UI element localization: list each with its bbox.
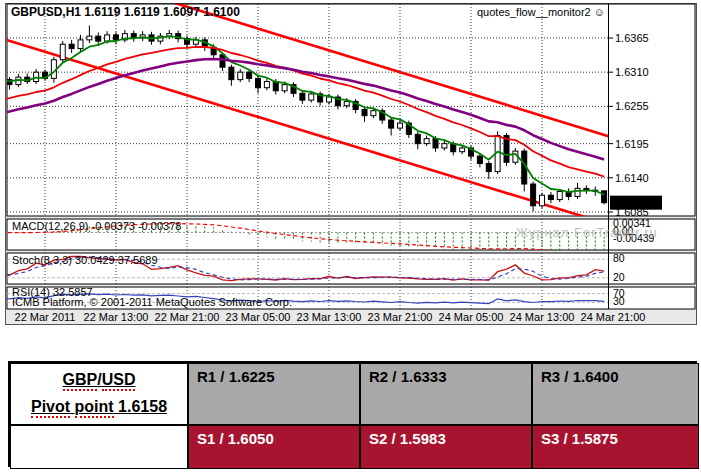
stoch-label: Stoch(8,3,3) 30.0429 37.5689 <box>12 254 158 266</box>
rsi-scale-label: 30 <box>613 295 625 307</box>
price-tick-label: 1.6195 <box>615 138 649 150</box>
price-tick-label: 1.6365 <box>615 32 649 44</box>
support-s1: S1 / 1.6050 <box>188 425 360 469</box>
pivot-point-label: Pivot point 1.6158 <box>11 389 187 416</box>
stoch-scale-label: 20 <box>613 271 625 283</box>
time-tick-label: 22 Mar 21:00 <box>155 311 220 323</box>
time-tick-label: 22 Mar 2011 <box>15 311 76 323</box>
instrument-cell: GBP/USD Pivot point 1.6158 <box>10 363 188 425</box>
pivot-table: GBP/USD Pivot point 1.6158 R1 / 1.6225 R… <box>8 361 697 467</box>
support-s2: S2 / 1.5983 <box>360 425 532 469</box>
price-tick-label: 1.6140 <box>615 172 649 184</box>
resistance-r3: R3 / 1.6400 <box>532 363 699 425</box>
empty-cell <box>10 425 188 469</box>
resistance-r2: R2 / 1.6333 <box>360 363 532 425</box>
ohlc-title: GBPUSD,H1 1.6119 1.6119 1.6097 1.6100 <box>11 5 240 19</box>
instrument-title: GBP/USD <box>11 364 187 389</box>
macd-scale-label: -0.00439 <box>613 232 655 244</box>
price-tick-label: 1.6310 <box>615 66 649 78</box>
copyright-label: ICMB Platform, © 2001-2011 MetaQuotes So… <box>12 296 292 308</box>
mt4-chart-window[interactable]: 1.63651.63101.62551.61951.61401.60851.61… <box>5 3 697 325</box>
stoch-scale-label: 80 <box>613 252 625 264</box>
time-tick-label: 23 Mar 05:00 <box>226 311 291 323</box>
mt4-chart-svg[interactable]: 1.63651.63101.62551.61951.61401.60851.61… <box>5 3 697 325</box>
time-tick-label: 24 Mar 05:00 <box>439 311 504 323</box>
panel-0 <box>7 4 695 216</box>
support-s3: S3 / 1.5875 <box>532 425 699 469</box>
indicator-badge: quotes_flow__monitor2 ☺ <box>477 6 605 18</box>
svg-text:1.6100: 1.6100 <box>614 197 648 209</box>
time-tick-label: 24 Mar 13:00 <box>510 311 575 323</box>
page: 1.63651.63101.62551.61951.61401.60851.61… <box>0 0 701 473</box>
time-tick-label: 23 Mar 21:00 <box>368 311 433 323</box>
time-tick-label: 23 Mar 13:00 <box>297 311 362 323</box>
price-tick-label: 1.6255 <box>615 100 649 112</box>
time-tick-label: 22 Mar 13:00 <box>84 311 149 323</box>
macd-label: MACD(12,26,9) -0.00373 -0.00378 <box>12 220 181 232</box>
time-tick-label: 24 Mar 21:00 <box>581 311 646 323</box>
current-price-tag: 1.6100 <box>610 196 662 210</box>
resistance-r1: R1 / 1.6225 <box>188 363 360 425</box>
